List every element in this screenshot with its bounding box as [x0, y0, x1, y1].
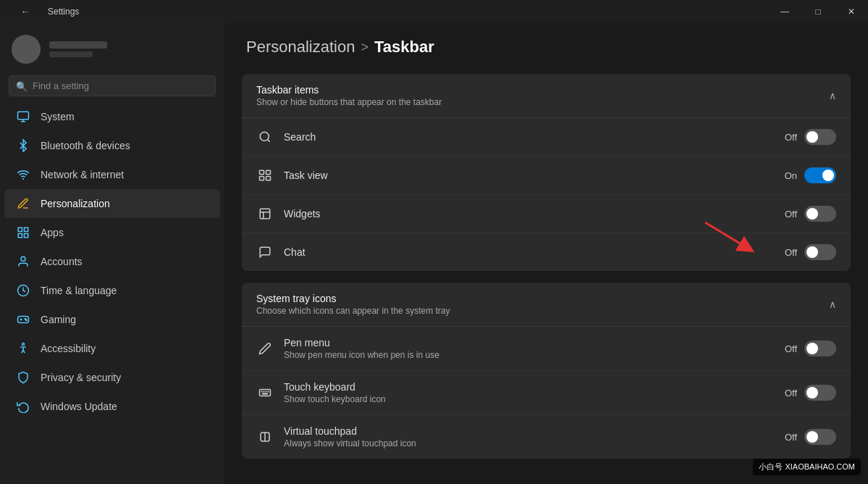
sidebar-item-bluetooth[interactable]: Bluetooth & devices — [4, 131, 220, 160]
system-icon — [16, 109, 30, 124]
setting-left-widgets: Widgets — [256, 205, 321, 222]
touch-keyboard-toggle-label: Off — [785, 388, 797, 399]
section-desc-taskbar-items: Show or hide buttons that appear on the … — [256, 97, 442, 107]
sidebar-item-system[interactable]: System — [4, 102, 220, 131]
pen-menu-label-container: Pen menuShow pen menu icon when pen is i… — [284, 337, 439, 360]
svg-rect-17 — [266, 170, 271, 174]
sidebar-item-time[interactable]: Time & language — [4, 276, 220, 305]
pen-menu-toggle[interactable] — [804, 341, 836, 356]
chat-label: Chat — [284, 246, 306, 258]
titlebar-title: Settings — [48, 7, 79, 17]
chat-toggle[interactable] — [804, 244, 836, 260]
setting-row-widgets: WidgetsOff — [242, 195, 851, 233]
breadcrumb-separator: > — [361, 40, 368, 55]
widgets-toggle[interactable] — [804, 206, 836, 222]
sidebar: 🔍 SystemBluetooth & devicesNetwork & int… — [0, 23, 224, 484]
chat-label-container: Chat — [284, 246, 306, 258]
privacy-icon — [16, 370, 30, 385]
svg-rect-16 — [260, 170, 264, 174]
svg-rect-19 — [266, 177, 271, 180]
touch-keyboard-label: Touch keyboard — [284, 381, 386, 393]
section-header-info: Taskbar itemsShow or hide buttons that a… — [256, 84, 442, 107]
bluetooth-icon — [16, 138, 30, 153]
svg-rect-20 — [260, 209, 270, 219]
touch-keyboard-toggle[interactable] — [804, 385, 836, 401]
breadcrumb-parent: Personalization — [246, 38, 355, 57]
network-icon — [16, 167, 30, 182]
pen-menu-sublabel: Show pen menu icon when pen is in use — [284, 350, 439, 360]
virtual-touchpad-label: Virtual touchpad — [284, 425, 416, 437]
setting-row-virtual-touchpad: Virtual touchpadAlways show virtual touc… — [242, 415, 851, 459]
setting-right-touch-keyboard: Off — [785, 385, 836, 401]
close-button[interactable]: ✕ — [835, 0, 868, 23]
personalization-icon — [16, 196, 30, 211]
section-chevron-taskbar-items[interactable]: ∧ — [829, 90, 836, 101]
search-icon — [256, 128, 274, 146]
maximize-button[interactable]: □ — [801, 0, 835, 23]
sidebar-item-privacy[interactable]: Privacy & security — [4, 363, 220, 392]
touch-keyboard-label-container: Touch keyboardShow touch keyboard icon — [284, 381, 386, 404]
svg-rect-5 — [25, 228, 28, 231]
sidebar-item-accessibility[interactable]: Accessibility — [4, 334, 220, 363]
setting-right-search: Off — [785, 129, 836, 145]
sidebar-item-label-time: Time & language — [41, 285, 117, 296]
chat-toggle-label: Off — [785, 247, 797, 258]
sections-container: Taskbar itemsShow or hide buttons that a… — [224, 74, 868, 459]
user-name — [49, 41, 107, 49]
gaming-icon — [16, 312, 30, 327]
sidebar-item-label-system: System — [41, 111, 75, 122]
svg-rect-0 — [18, 112, 29, 120]
avatar — [12, 35, 41, 64]
section-system-tray: System tray iconsChoose which icons can … — [242, 283, 851, 459]
sidebar-item-label-accessibility: Accessibility — [41, 343, 96, 354]
sidebar-item-personalization[interactable]: Personalization — [4, 189, 220, 218]
sidebar-item-label-accounts: Accounts — [41, 256, 83, 267]
svg-point-13 — [22, 343, 25, 346]
search-input[interactable] — [9, 75, 216, 96]
sidebar-user — [0, 23, 224, 72]
setting-row-pen-menu: Pen menuShow pen menu icon when pen is i… — [242, 327, 851, 371]
sidebar-item-accounts[interactable]: Accounts — [4, 247, 220, 276]
section-desc-system-tray: Choose which icons can appear in the sys… — [256, 306, 450, 316]
pen-menu-toggle-label: Off — [785, 343, 797, 354]
svg-rect-18 — [260, 177, 264, 180]
widgets-toggle-label: Off — [785, 209, 797, 220]
section-taskbar-items: Taskbar itemsShow or hide buttons that a… — [242, 74, 851, 271]
sidebar-item-apps[interactable]: Apps — [4, 218, 220, 247]
virtual-touchpad-sublabel: Always show virtual touchpad icon — [284, 438, 416, 448]
widgets-label: Widgets — [284, 208, 321, 220]
setting-right-chat: Off — [785, 244, 836, 260]
virtual-touchpad-icon — [256, 428, 274, 446]
touch-keyboard-sublabel: Show touch keyboard icon — [284, 394, 386, 404]
taskview-label: Task view — [284, 170, 328, 181]
svg-point-12 — [26, 320, 28, 321]
taskview-toggle[interactable] — [804, 167, 836, 183]
taskview-label-container: Task view — [284, 170, 328, 181]
apps-icon — [16, 225, 30, 240]
setting-left-pen-menu: Pen menuShow pen menu icon when pen is i… — [256, 337, 439, 360]
setting-left-chat: Chat — [256, 243, 306, 261]
search-toggle[interactable] — [804, 129, 836, 145]
widgets-label-container: Widgets — [284, 208, 321, 220]
search-label: Search — [284, 131, 316, 143]
back-button[interactable]: ← — [9, 0, 42, 23]
svg-point-14 — [260, 132, 269, 141]
setting-right-pen-menu: Off — [785, 341, 836, 356]
search-toggle-label: Off — [785, 132, 797, 143]
section-title-taskbar-items: Taskbar items — [256, 84, 442, 96]
update-icon — [16, 399, 30, 414]
virtual-touchpad-label-container: Virtual touchpadAlways show virtual touc… — [284, 425, 416, 448]
minimize-button[interactable]: — — [768, 0, 801, 23]
setting-row-touch-keyboard: Touch keyboardShow touch keyboard iconOf… — [242, 371, 851, 415]
section-header-info: System tray iconsChoose which icons can … — [256, 293, 450, 316]
svg-point-8 — [21, 256, 25, 261]
search-label-container: Search — [284, 131, 316, 143]
sidebar-item-network[interactable]: Network & internet — [4, 160, 220, 189]
sidebar-item-label-bluetooth: Bluetooth & devices — [41, 140, 130, 151]
setting-left-touch-keyboard: Touch keyboardShow touch keyboard icon — [256, 381, 386, 404]
virtual-touchpad-toggle[interactable] — [804, 429, 836, 445]
sidebar-item-gaming[interactable]: Gaming — [4, 305, 220, 334]
setting-right-taskview: On — [785, 167, 836, 183]
section-chevron-system-tray[interactable]: ∧ — [829, 299, 836, 310]
sidebar-item-update[interactable]: Windows Update — [4, 392, 220, 421]
